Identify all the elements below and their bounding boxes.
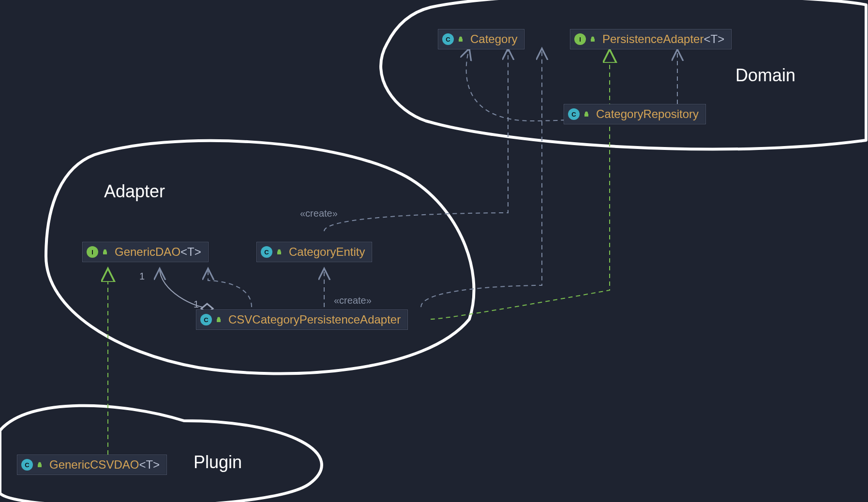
- class-category-repository[interactable]: C CategoryRepository: [564, 104, 706, 124]
- class-category-entity[interactable]: C CategoryEntity: [256, 242, 372, 262]
- stereotype-create-2: «create»: [334, 295, 372, 306]
- class-icon: C: [442, 33, 454, 45]
- multiplicity-1b: 1: [194, 299, 199, 310]
- class-label: GenericCSVDAO<T>: [47, 455, 166, 474]
- class-csv-category-persistence-adapter[interactable]: C CSVCategoryPersistenceAdapter: [196, 310, 408, 330]
- class-icon: C: [568, 108, 580, 120]
- lock-icon: [457, 35, 464, 43]
- class-label: GenericDAO<T>: [113, 242, 208, 262]
- region-label-plugin: Plugin: [194, 452, 242, 472]
- interface-icon: I: [574, 33, 586, 45]
- class-label: PersistenceAdapter<T>: [600, 30, 731, 49]
- interface-persistence-adapter[interactable]: I PersistenceAdapter<T>: [570, 29, 732, 49]
- lock-icon: [101, 248, 109, 256]
- interface-icon: I: [87, 246, 98, 258]
- diagram-canvas[interactable]: { "regions": { "domain": "Domain", "adap…: [0, 0, 868, 502]
- class-label: CategoryEntity: [287, 242, 372, 262]
- lock-icon: [215, 316, 223, 324]
- region-label-adapter: Adapter: [104, 181, 165, 202]
- class-icon: C: [200, 314, 212, 325]
- multiplicity-1a: 1: [139, 271, 145, 282]
- class-icon: C: [261, 246, 272, 258]
- stereotype-create-1: «create»: [300, 208, 338, 219]
- lock-icon: [589, 35, 597, 43]
- lock-icon: [275, 248, 283, 256]
- class-label: Category: [468, 30, 524, 49]
- lock-icon: [36, 461, 44, 469]
- class-label: CSVCategoryPersistenceAdapter: [226, 310, 407, 329]
- interface-generic-dao[interactable]: I GenericDAO<T>: [82, 242, 209, 262]
- region-plugin: [0, 406, 322, 502]
- class-icon: C: [21, 459, 33, 471]
- class-generic-csv-dao[interactable]: C GenericCSVDAO<T>: [17, 455, 167, 475]
- lock-icon: [583, 110, 590, 118]
- class-category[interactable]: C Category: [438, 29, 524, 49]
- region-label-domain: Domain: [735, 65, 795, 86]
- class-label: CategoryRepository: [594, 104, 705, 124]
